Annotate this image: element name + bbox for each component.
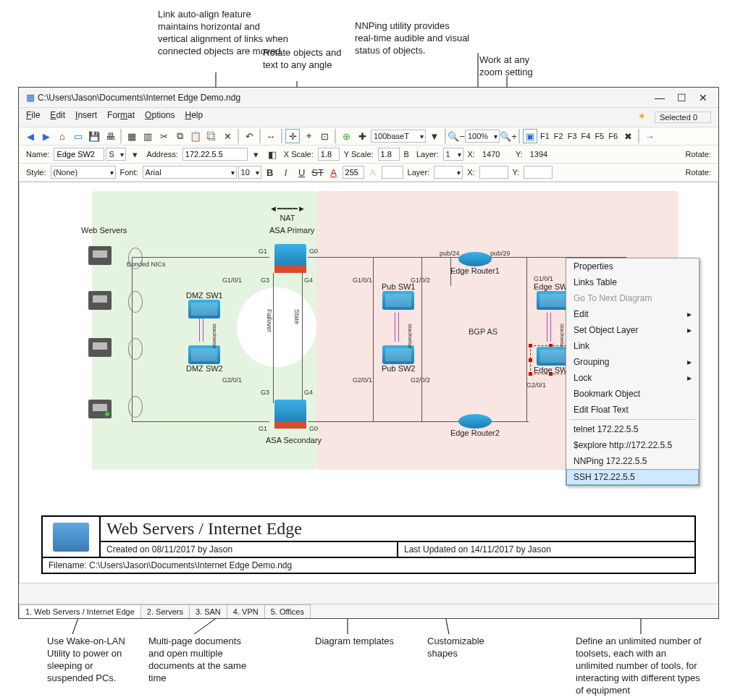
f4-button[interactable]: F4 bbox=[580, 132, 592, 140]
zoom-select[interactable]: 100% bbox=[465, 130, 500, 143]
tab-4[interactable]: 4. VPN bbox=[227, 604, 265, 618]
home-icon[interactable]: ⌂ bbox=[55, 129, 70, 143]
ctx-nnping[interactable]: NNPing 172.22.5.5 bbox=[566, 453, 699, 469]
xscale-input[interactable] bbox=[318, 148, 340, 161]
font-color-icon[interactable]: A bbox=[327, 165, 341, 180]
snap-center-icon[interactable]: ✛ bbox=[285, 129, 300, 143]
ctx-links-table[interactable]: Links Table bbox=[566, 274, 699, 290]
asa-secondary[interactable] bbox=[274, 400, 306, 424]
forward-icon[interactable]: ▶ bbox=[39, 129, 54, 143]
title-block-icon bbox=[53, 523, 89, 552]
bg-value-input[interactable] bbox=[382, 166, 403, 179]
more-icon[interactable]: → bbox=[642, 129, 657, 143]
dmz-sw1[interactable]: DMZ SW1 bbox=[186, 291, 223, 319]
strike-button[interactable]: ST bbox=[311, 165, 325, 180]
arrow-tool-icon[interactable]: ↔ bbox=[264, 129, 278, 143]
globe-icon[interactable]: ⊕ bbox=[339, 129, 353, 143]
align-icon[interactable]: ▥ bbox=[140, 129, 155, 143]
f6-button[interactable]: F6 bbox=[607, 132, 619, 140]
f3-button[interactable]: F3 bbox=[566, 132, 579, 140]
f2-button[interactable]: F2 bbox=[553, 132, 565, 140]
server-4[interactable] bbox=[88, 400, 112, 418]
ctx-grouping[interactable]: Grouping▸ bbox=[566, 354, 699, 370]
fit-icon[interactable]: ▣ bbox=[523, 129, 537, 143]
ctx-properties[interactable]: Properties bbox=[566, 258, 699, 274]
snap-group-icon[interactable]: ⊡ bbox=[317, 129, 332, 143]
close-button[interactable]: ✕ bbox=[692, 92, 714, 104]
yscale-input[interactable] bbox=[378, 148, 400, 161]
ctx-set-layer[interactable]: Set Object Layer▸ bbox=[566, 322, 699, 338]
tab-1[interactable]: 1. Web Servers / Internet Edge bbox=[19, 604, 141, 618]
menu-format[interactable]: Format bbox=[107, 110, 135, 125]
snap-node-icon[interactable]: ⌖ bbox=[301, 129, 316, 143]
asa-primary[interactable] bbox=[274, 244, 306, 269]
font-select[interactable]: Arial bbox=[143, 166, 237, 179]
pub-sw2[interactable]: Pub SW2 bbox=[382, 345, 415, 373]
zoom-in-icon[interactable]: 🔍+ bbox=[501, 129, 516, 143]
style-label: Style: bbox=[26, 168, 46, 177]
cut-icon[interactable]: ✂ bbox=[156, 129, 171, 143]
underline-button[interactable]: U bbox=[295, 165, 309, 180]
ctx-explore[interactable]: $explore http://172.22.5.5 bbox=[566, 437, 699, 453]
t-y-input[interactable] bbox=[524, 166, 553, 179]
tab-2[interactable]: 2. Servers bbox=[140, 604, 190, 618]
ctx-ssh[interactable]: SSH 172.22.5.5 bbox=[566, 469, 699, 485]
maximize-button[interactable]: ☐ bbox=[671, 92, 692, 104]
f1-button[interactable]: F1 bbox=[539, 132, 551, 140]
ctx-lock[interactable]: Lock▸ bbox=[566, 370, 699, 386]
font-size-select[interactable]: 10 bbox=[238, 166, 261, 179]
duplicate-icon[interactable]: ⿻ bbox=[204, 129, 219, 143]
t-x-input[interactable] bbox=[479, 166, 508, 179]
menu-help[interactable]: Help bbox=[185, 110, 203, 125]
ctx-edit-float[interactable]: Edit Float Text bbox=[566, 402, 699, 418]
undo-icon[interactable]: ↶ bbox=[242, 129, 256, 143]
name-input[interactable] bbox=[54, 148, 104, 161]
tab-5[interactable]: 5. Offices bbox=[264, 604, 311, 618]
link-icon[interactable]: ✚ bbox=[355, 129, 369, 143]
menu-edit[interactable]: Edit bbox=[50, 110, 65, 125]
t-layer-select[interactable] bbox=[434, 166, 463, 179]
props-icon1[interactable]: ▾ bbox=[127, 147, 142, 161]
bg-color-icon[interactable]: A bbox=[366, 165, 380, 180]
gear-icon[interactable]: ✶ bbox=[637, 110, 652, 125]
port-pub1-1: G1/0/1 bbox=[353, 277, 372, 284]
dmz-sw2[interactable]: DMZ SW2 bbox=[186, 345, 223, 373]
server-3[interactable] bbox=[88, 338, 112, 357]
server-2[interactable] bbox=[88, 291, 112, 310]
back-icon[interactable]: ◀ bbox=[23, 129, 38, 143]
color-value-input[interactable] bbox=[343, 166, 364, 179]
media-type-select[interactable]: 100baseT bbox=[371, 130, 426, 143]
style-select[interactable]: (None) bbox=[51, 166, 116, 179]
size-select[interactable]: S bbox=[106, 148, 126, 161]
close-x-icon[interactable]: ✖ bbox=[621, 129, 635, 143]
copy-icon[interactable]: ⧉ bbox=[172, 129, 187, 143]
bold-button[interactable]: B bbox=[263, 165, 277, 180]
server-1[interactable] bbox=[88, 246, 112, 265]
props-icon3[interactable]: ◧ bbox=[265, 147, 280, 161]
address-input[interactable] bbox=[182, 148, 248, 161]
tab-3[interactable]: 3. SAN bbox=[189, 604, 227, 618]
print-icon[interactable]: 🖶 bbox=[103, 129, 117, 143]
props-icon2[interactable]: ▾ bbox=[249, 147, 264, 161]
ctx-edit[interactable]: Edit▸ bbox=[566, 306, 699, 322]
minimize-button[interactable]: — bbox=[649, 92, 671, 104]
menu-options[interactable]: Options bbox=[145, 110, 175, 125]
delete-icon[interactable]: ✕ bbox=[220, 129, 235, 143]
ctx-bookmark[interactable]: Bookmark Object bbox=[566, 386, 699, 402]
pub-sw1[interactable]: Pub SW1 bbox=[382, 282, 415, 310]
f5-button[interactable]: F5 bbox=[593, 132, 605, 140]
ctx-link[interactable]: Link bbox=[566, 338, 699, 354]
grid-icon[interactable]: ▦ bbox=[125, 129, 139, 143]
save-icon[interactable]: 💾 bbox=[87, 129, 101, 143]
zoom-out-icon[interactable]: 🔍− bbox=[449, 129, 463, 143]
menu-insert[interactable]: Insert bbox=[75, 110, 97, 125]
titlebar[interactable]: ▦ C:\Users\Jason\Documents\Internet Edge… bbox=[19, 88, 718, 108]
edge-router2[interactable]: Edge Router2 bbox=[450, 414, 500, 437]
ctx-telnet[interactable]: telnet 172.22.5.5 bbox=[566, 421, 699, 437]
open-icon[interactable]: ▭ bbox=[71, 129, 85, 143]
link-add-icon[interactable]: ▼ bbox=[427, 129, 442, 143]
paste-icon[interactable]: 📋 bbox=[188, 129, 203, 143]
menu-file[interactable]: File bbox=[26, 110, 40, 125]
layer-select[interactable]: 1 bbox=[443, 148, 463, 161]
italic-button[interactable]: I bbox=[279, 165, 293, 180]
